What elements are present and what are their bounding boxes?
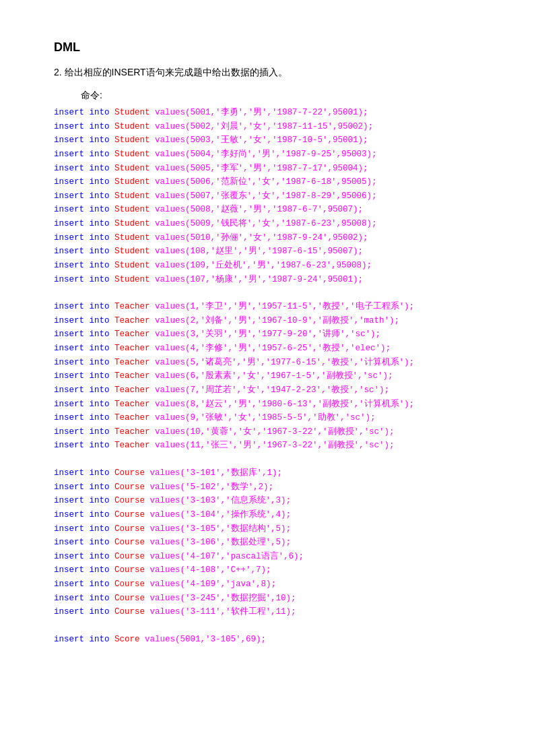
code-line: insert into Teacher values(8,'赵云','男','1… — [54, 398, 494, 412]
code-line: insert into Course values('4-108','C++',… — [54, 563, 494, 577]
code-line: insert into Student values(5005,'李军','男'… — [54, 162, 494, 176]
code-line: insert into Teacher values(5,'诸葛亮','男','… — [54, 356, 494, 370]
code-line: insert into Score values(5001,'3-105',69… — [54, 633, 494, 647]
code-line: insert into Teacher values(2,'刘备','男','1… — [54, 314, 494, 328]
code-line: insert into Student values(5010,'孙俪','女'… — [54, 231, 494, 245]
code-line: insert into Teacher values(10,'黄蓉','女','… — [54, 425, 494, 439]
course-inserts-block: insert into Course values('3-101','数据库',… — [54, 466, 494, 619]
code-line: insert into Course values('3-103','信息系统'… — [54, 494, 494, 508]
code-line: insert into Student values(5004,'李好尚','男… — [54, 148, 494, 162]
code-line: insert into Teacher values(7,'周芷若','女','… — [54, 383, 494, 398]
code-line: insert into Course values('3-105','数据结构'… — [54, 522, 494, 536]
code-line: insert into Student values(5001,'李勇','男'… — [54, 106, 494, 120]
code-line: insert into Student values(5006,'范新位','女… — [54, 175, 494, 189]
code-line: insert into Course values('3-106','数据处理'… — [54, 536, 494, 550]
code-line: insert into Student values(5007,'张覆东','女… — [54, 189, 494, 203]
code-line: insert into Course values('5-102','数学',2… — [54, 480, 494, 495]
code-line: insert into Course values('3-245','数据挖掘'… — [54, 592, 494, 606]
student-inserts-block: insert into Student values(5001,'李勇','男'… — [54, 106, 494, 286]
question-text: 2. 给出相应的INSERT语句来完成题中给出数据的插入。 — [54, 67, 494, 79]
page-title: DML — [54, 40, 494, 55]
teacher-inserts-block: insert into Teacher values(1,'李卫','男','1… — [54, 300, 494, 453]
code-line: insert into Teacher values(6,'殷素素','女','… — [54, 369, 494, 383]
code-line: insert into Student values(5008,'赵薇','男'… — [54, 203, 494, 217]
code-line: insert into Student values(108,'赵里','男',… — [54, 245, 494, 259]
code-line: insert into Course values('4-109','java'… — [54, 577, 494, 592]
code-line: insert into Student values(5002,'刘晨','女'… — [54, 120, 494, 134]
code-line: insert into Student values(107,'杨康','男',… — [54, 273, 494, 287]
code-line: insert into Teacher values(4,'李修','男','1… — [54, 342, 494, 356]
code-line: insert into Student values(5009,'钱民将','女… — [54, 217, 494, 231]
code-line: insert into Course values('3-104','操作系统'… — [54, 508, 494, 522]
code-line: insert into Teacher values(3,'关羽','男','1… — [54, 327, 494, 342]
code-line: insert into Teacher values(11,'张三','男','… — [54, 439, 494, 453]
score-inserts-block: insert into Score values(5001,'3-105',69… — [54, 633, 494, 647]
code-line: insert into Teacher values(1,'李卫','男','1… — [54, 300, 494, 314]
code-line: insert into Student values(5003,'王敏','女'… — [54, 133, 494, 148]
code-line: insert into Teacher values(9,'张敏','女','1… — [54, 411, 494, 425]
code-line: insert into Course values('4-107','pasca… — [54, 550, 494, 564]
code-line: insert into Course values('3-111','软件工程'… — [54, 605, 494, 619]
code-line: insert into Student values(109,'丘处机','男'… — [54, 259, 494, 273]
code-line: insert into Course values('3-101','数据库',… — [54, 466, 494, 480]
command-label: 命令: — [81, 90, 494, 102]
